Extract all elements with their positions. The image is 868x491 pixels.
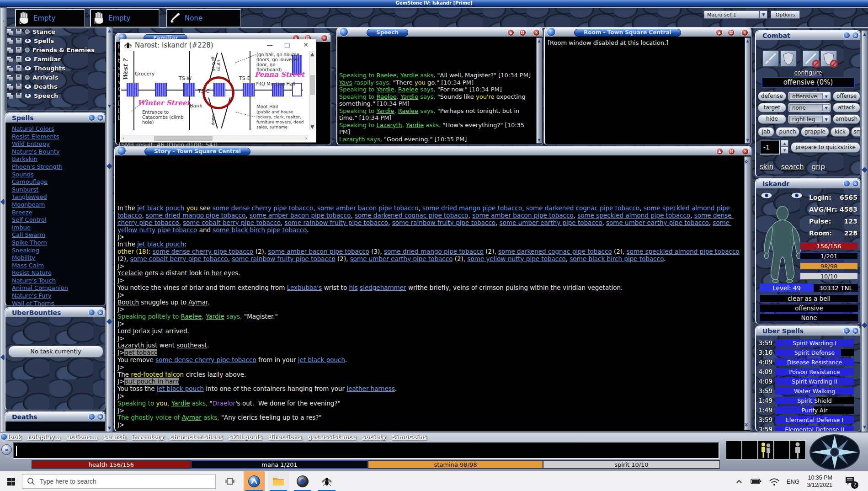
taskbar-app-explorer[interactable] [268,471,289,491]
spell-link[interactable]: Phoen's Strength [12,163,105,171]
right-hand-slot[interactable]: R Empty [90,9,160,27]
inline-link[interactable]: Raelee [181,313,202,320]
map-vertical-scrollbar[interactable]: ▲ ▼ [309,51,315,130]
command-input[interactable] [13,442,719,459]
cascade-icon[interactable] [7,84,13,90]
jab-button[interactable]: jab [758,127,774,137]
room-scrollbar[interactable]: ▲ ▼ [745,37,751,144]
window-orb-icon[interactable] [339,27,348,37]
spell-link[interactable]: Resist Nature [12,269,105,277]
inline-link[interactable]: Raelee [376,72,396,79]
inline-link[interactable]: some dense cherry pipe tobacco [213,204,314,212]
inline-link[interactable]: Lexbubba's [287,284,322,291]
offense-button[interactable]: offense [833,91,860,101]
uber-spells-panel-title[interactable]: Uber Spells – × [756,326,860,336]
inline-link[interactable]: some amber bacon pipe tobacco [472,212,574,219]
inline-link[interactable]: leather harness [346,385,394,392]
room-title-bar[interactable]: Room - Town Square Central ▲ × [545,28,751,37]
eye-open-icon[interactable] [24,84,32,89]
injury-box-figure[interactable] [790,440,806,459]
inline-link[interactable]: Aymar [188,299,208,306]
inline-link[interactable]: some dense cherry pipe tobacco [153,248,254,255]
window-list-item-thoughts[interactable]: Thoughts [5,64,107,73]
narost-title-bar[interactable]: Narost: Iskandr (#228) — ▢ ✕ [120,39,316,52]
spell-link[interactable]: Call Swarm [12,231,105,239]
inline-link[interactable]: Yardie [171,400,190,407]
save-icon[interactable] [16,92,22,99]
inline-link[interactable]: some dried mango pipe tobacco [146,212,245,219]
eye-closed-icon[interactable] [24,29,30,35]
menu-link[interactable]: skill goals [229,433,262,440]
window-list-item-speech[interactable]: Speech [5,91,107,100]
inline-link[interactable]: some amber bacon pipe tobacco [250,212,351,219]
inline-link[interactable]: Lazaryth [376,122,402,128]
spell-link[interactable]: Nature's Touch [12,277,105,285]
spell-link[interactable]: Natural Colors [12,125,105,133]
weapon-icon[interactable] [762,50,779,67]
inline-link[interactable]: some speckled almond pipe tobacco [627,248,740,255]
inline-link[interactable]: Aymar [181,414,201,421]
scroll-left-icon[interactable]: ‹ [122,135,124,141]
inline-link[interactable]: Yavs [339,79,352,86]
eye-closed-icon[interactable] [24,75,30,80]
scroll-down-icon[interactable]: ▼ [310,124,314,130]
inline-link[interactable]: Yardie [376,107,394,114]
taskbar-clock[interactable]: 10:35 PM 3/12/2021 [807,474,832,489]
macro-set-dropdown-icon[interactable]: ▼ [760,11,767,19]
save-icon[interactable] [16,56,22,62]
window-list-item-familiar[interactable]: Familiar [5,54,107,64]
eye-open-icon[interactable] [24,66,32,71]
close-icon[interactable]: ✕ [303,41,309,48]
map-canvas[interactable]: West ? Grocery TS-W TS-C TS-E Bank Winte… [121,51,309,130]
scroll-down-icon[interactable]: ▼ [107,426,112,430]
spell-link[interactable]: Spike Thorn [12,239,105,247]
save-icon[interactable] [16,74,22,80]
inline-link[interactable]: some cobalt berry pipe tobacco [130,255,228,262]
spell-link[interactable]: Resist Elements [12,133,105,141]
spell-link[interactable]: Moonbeam [12,201,105,209]
language-indicator[interactable]: ENG [787,478,799,485]
dice-button[interactable] [728,148,735,155]
spell-link[interactable]: Wild Entropy [12,140,105,148]
minimize-icon[interactable]: — [266,41,273,48]
wifi-icon[interactable] [768,477,780,486]
inline-link[interactable]: Yardie [206,313,224,320]
menu-link[interactable]: society [362,433,386,440]
inline-link[interactable]: Yardie [400,93,418,100]
triangle-button[interactable]: ▲ [716,148,723,155]
inline-link[interactable]: Yardie [376,86,394,93]
maximize-icon[interactable]: ▢ [284,41,290,48]
prepared-spell-slot[interactable]: None [166,9,241,27]
quickstrike-stepper[interactable]: ▲ ▼ [781,140,788,155]
left-hand-slot[interactable]: L Empty [15,9,85,27]
menu-orb-icon[interactable] [0,433,7,440]
inline-link[interactable]: sledgehammer [360,284,406,291]
nav-back-icon[interactable]: ‹ [0,19,6,23]
combat-panel-title[interactable]: Combat – × [756,31,860,40]
window-orb-icon[interactable] [547,27,556,37]
attack-button[interactable]: attack [833,103,860,112]
menu-link[interactable]: actions... [67,433,98,440]
cascade-icon[interactable] [7,47,13,53]
inline-link[interactable]: some umber earthy pipe tobacco [606,219,709,226]
scroll-down-icon[interactable]: ▼ [745,138,750,142]
menu-link[interactable]: roleplay... [27,433,61,440]
menu-link[interactable]: look [7,433,21,440]
scroll-bottom-icon[interactable]: » [742,422,751,427]
minimize-button[interactable]: – [843,180,850,187]
scroll-top-icon[interactable]: « [742,160,751,164]
target-select[interactable]: none ▼ [788,103,831,112]
weapon-disabled-icon[interactable] [803,50,819,67]
spell-link[interactable]: Imbue [12,224,105,232]
map-room[interactable] [183,83,195,96]
scroll-down-icon[interactable]: ▼ [107,104,112,108]
map-room[interactable] [243,83,255,96]
map-room[interactable] [155,83,167,96]
save-icon[interactable] [16,37,22,44]
inline-link[interactable]: some amber bacon pipe tobacco [268,248,369,255]
inline-link[interactable]: Jorlax [133,327,150,335]
spell-link[interactable]: Wall of Thorns [12,300,105,306]
inline-link[interactable]: Lazaryth [339,136,365,143]
shield-disabled-icon[interactable] [820,50,837,67]
window-list-item-stance[interactable]: Stance [5,27,107,36]
